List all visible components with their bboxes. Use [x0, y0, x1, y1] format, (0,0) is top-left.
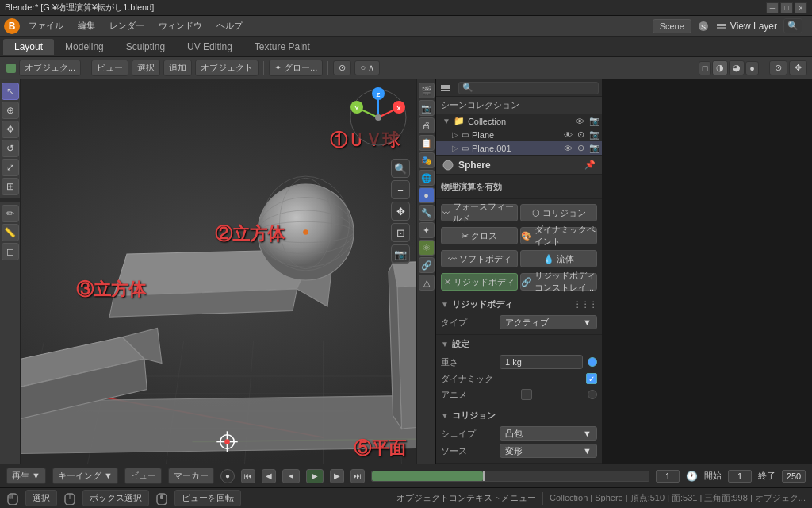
play-reverse-btn[interactable]: ◄ — [282, 469, 300, 483]
anime-dot[interactable] — [588, 390, 597, 399]
shape-dropdown[interactable]: 凸包 ▼ — [500, 426, 597, 441]
menu-edit[interactable]: 編集 — [71, 18, 102, 33]
proportional-btn[interactable]: ○ ∧ — [354, 60, 380, 75]
object-props-btn[interactable]: ● — [419, 187, 435, 203]
pin-icon[interactable]: 📌 — [584, 160, 596, 170]
marker-menu[interactable]: マーカー — [168, 468, 214, 484]
rotate-view-btn[interactable]: ビューを回転 — [174, 490, 241, 506]
nav-gizmo[interactable]: Z X Y — [347, 86, 410, 149]
zoom-out-btn[interactable]: − — [391, 180, 410, 199]
prev-frame-btn[interactable]: ◀ — [262, 469, 276, 483]
modifier-props-btn[interactable]: 🔧 — [419, 205, 435, 221]
search-btn[interactable]: 🔍 — [783, 18, 802, 33]
next-frame-btn[interactable]: ▶ — [330, 469, 344, 483]
select-tool-btn[interactable]: ↖ — [2, 83, 19, 100]
current-frame-input[interactable] — [656, 470, 680, 483]
glow-btn[interactable]: ✦ グロー... — [269, 60, 323, 76]
mode-selector[interactable]: オブジェク... — [19, 60, 81, 76]
rotate-btn[interactable]: ↺ — [2, 140, 19, 157]
plane001-filter-icon[interactable]: ⊙ — [577, 143, 584, 153]
outliner-plane[interactable]: ▷ ▭ Plane 👁 ⊙ 📷 — [436, 128, 602, 141]
box-select-status-btn[interactable]: ボックス選択 — [82, 490, 149, 506]
scene-selector[interactable]: Scene — [653, 19, 691, 33]
viewport[interactable]: ユーザー・透視投影 (1) Collection | Sphere — [21, 79, 416, 464]
tab-layout[interactable]: Layout — [3, 39, 54, 55]
overlay-btn[interactable]: ⊙ — [769, 60, 787, 75]
collection-render-icon[interactable]: 📷 — [589, 116, 600, 126]
snap-btn[interactable]: ⊙ — [333, 60, 351, 75]
dynamic-checkbox[interactable]: ✓ — [586, 373, 597, 384]
move-btn[interactable]: ✥ — [2, 121, 19, 138]
record-btn[interactable]: ● — [220, 469, 235, 483]
search-field[interactable]: 🔍 — [458, 82, 599, 94]
gizmo-btn[interactable]: ✥ — [789, 60, 807, 75]
rigid-body-btn[interactable]: ✕ リジッドボディ — [441, 273, 518, 291]
weight-dot[interactable] — [588, 357, 597, 367]
end-frame-input[interactable] — [782, 470, 806, 483]
plane001-visibility-icon[interactable]: 👁 — [564, 144, 573, 153]
view-menu[interactable]: ビュー — [124, 468, 162, 484]
measure-btn[interactable]: 📏 — [2, 224, 19, 241]
timeline-bar[interactable] — [371, 471, 649, 482]
output-props-btn[interactable]: 🖨 — [419, 117, 435, 133]
source-dropdown[interactable]: 変形 ▼ — [500, 444, 597, 458]
shading-solid[interactable]: ◑ — [712, 60, 728, 75]
menu-file[interactable]: ファイル — [22, 18, 70, 33]
dynamic-paint-btn[interactable]: 🎨 ダイナミックペイント — [520, 227, 597, 244]
tab-sculpting[interactable]: Sculpting — [115, 39, 176, 55]
menu-help[interactable]: ヘルプ — [210, 18, 249, 33]
play-btn[interactable]: ▶ — [306, 469, 324, 483]
tab-texture-paint[interactable]: Texture Paint — [243, 39, 321, 55]
jump-end-btn[interactable]: ⏭ — [350, 469, 365, 483]
view-layer-props-btn[interactable]: 📋 — [419, 135, 435, 151]
world-props-btn[interactable]: 🌐 — [419, 170, 435, 186]
close-button[interactable]: × — [795, 2, 807, 13]
keying-menu[interactable]: キーイング ▼ — [52, 468, 118, 484]
shading-material[interactable]: ◕ — [729, 60, 745, 75]
force-field-btn[interactable]: 〰 フォースフィールド — [441, 204, 518, 221]
select-status-btn[interactable]: 選択 — [25, 490, 57, 506]
scale-btn[interactable]: ⤢ — [2, 159, 19, 176]
shading-wire[interactable]: □ — [699, 61, 712, 75]
rigid-body-constraint-btn[interactable]: 🔗 リジッドボディコンストレイ... — [520, 273, 597, 291]
object-menu[interactable]: オブジェクト — [195, 60, 259, 76]
constraints-btn[interactable]: 🔗 — [419, 257, 435, 273]
zoom-in-btn[interactable]: 🔍 — [391, 159, 410, 178]
menu-render[interactable]: レンダー — [103, 18, 151, 33]
jump-start-btn[interactable]: ⏮ — [241, 469, 255, 483]
plane-visibility-icon[interactable]: 👁 — [564, 130, 573, 140]
anime-checkbox[interactable] — [521, 389, 532, 400]
select-menu[interactable]: 選択 — [132, 60, 160, 76]
frame-btn[interactable]: ⊡ — [391, 223, 410, 242]
transform-btn[interactable]: ⊞ — [2, 178, 19, 195]
menu-window[interactable]: ウィンドウ — [152, 18, 209, 33]
view-menu[interactable]: ビュー — [91, 60, 128, 76]
add-menu[interactable]: 追加 — [163, 60, 192, 76]
tab-uv-editing[interactable]: UV Editing — [176, 39, 243, 55]
camera-btn[interactable]: 📷 — [391, 244, 410, 264]
physics-btn[interactable]: ⚛ — [419, 240, 435, 256]
collision-btn[interactable]: ⬡ コリジョン — [520, 204, 597, 221]
maximize-button[interactable]: □ — [780, 2, 793, 13]
scene-settings-btn[interactable]: 🎭 — [419, 152, 435, 168]
annotate-btn[interactable]: ✏ — [2, 205, 19, 222]
scene-props-btn[interactable]: 🎬 — [419, 83, 435, 98]
particles-btn[interactable]: ✦ — [419, 222, 435, 238]
render-props-btn[interactable]: 📷 — [419, 100, 435, 116]
plane-render-icon[interactable]: 📷 — [589, 129, 600, 140]
fluid-btn[interactable]: 💧 流体 — [520, 250, 597, 267]
soft-body-btn[interactable]: 〰 ソフトボディ — [441, 250, 518, 267]
minimize-button[interactable]: ─ — [766, 2, 779, 13]
start-frame-input[interactable] — [728, 470, 752, 483]
tab-modeling[interactable]: Modeling — [54, 39, 115, 55]
shading-render[interactable]: ● — [745, 61, 759, 75]
plane-filter-icon[interactable]: ⊙ — [577, 129, 584, 140]
pan-btn[interactable]: ✥ — [391, 202, 410, 221]
collection-visibility-icon[interactable]: 👁 — [576, 117, 584, 126]
cursor-btn[interactable]: ⊕ — [2, 102, 19, 119]
outliner-collection[interactable]: ▼ 📁 Collection 👁 📷 — [436, 114, 602, 128]
cloth-btn[interactable]: ✂ クロス — [441, 227, 518, 244]
type-dropdown[interactable]: アクティブ ▼ — [500, 315, 597, 329]
data-props-btn[interactable]: △ — [419, 275, 435, 291]
outliner-plane001[interactable]: ▷ ▭ Plane.001 👁 ⊙ 📷 — [436, 141, 602, 155]
